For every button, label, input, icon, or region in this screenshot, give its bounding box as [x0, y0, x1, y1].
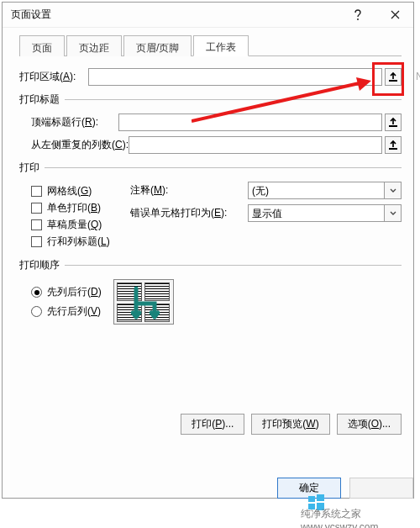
checkbox-icon	[31, 219, 42, 230]
collapse-icon	[388, 140, 398, 150]
print-titles-heading: 打印标题	[19, 92, 60, 107]
titlebar: 页面设置	[3, 3, 413, 28]
gridlines-checkbox[interactable]: 网格线(G)	[31, 184, 130, 198]
checkbox-icon	[31, 186, 42, 197]
options-button[interactable]: 选项(O)...	[337, 414, 402, 435]
print-area-label: 打印区域(A):	[19, 70, 88, 84]
print-area-range-button[interactable]	[385, 68, 402, 86]
comments-value: (无)	[248, 182, 385, 199]
svg-rect-2	[389, 125, 397, 127]
sheet-tab-panel: 打印区域(A): 打印标题 顶端标题行(R):	[19, 55, 402, 435]
dialog-title: 页面设置	[11, 8, 339, 22]
tab-page[interactable]: 页面	[19, 35, 65, 56]
comments-combo[interactable]: (无)	[248, 182, 402, 199]
checkbox-icon	[31, 203, 42, 214]
help-button[interactable]	[339, 3, 376, 27]
cancel-button[interactable]	[349, 478, 413, 499]
over-then-down-radio[interactable]: 先行后列(V)	[31, 304, 102, 319]
collapse-icon	[388, 71, 398, 82]
page-order-preview	[113, 279, 174, 325]
svg-rect-1	[389, 80, 397, 82]
cols-repeat-label: 从左侧重复的列数(C):	[31, 138, 129, 152]
svg-point-0	[357, 18, 359, 20]
stray-glyph: N	[416, 71, 420, 82]
print-area-input[interactable]	[88, 68, 382, 86]
collapse-icon	[388, 117, 398, 128]
rows-repeat-label: 顶端标题行(R):	[31, 115, 118, 129]
rowcol-checkbox[interactable]: 行和列标题(L)	[31, 235, 130, 249]
close-button[interactable]	[376, 3, 413, 27]
watermark-text: 纯净系统之家 www.ycswzy.com	[301, 507, 420, 528]
print-preview-button[interactable]: 打印预览(W)	[251, 414, 329, 435]
rows-repeat-input[interactable]	[118, 114, 382, 131]
rows-repeat-range-button[interactable]	[385, 114, 402, 131]
print-button[interactable]: 打印(P)...	[181, 414, 244, 435]
svg-rect-3	[389, 148, 397, 150]
bw-checkbox[interactable]: 单色打印(B)	[31, 201, 130, 215]
errors-label: 错误单元格打印为(E):	[130, 206, 248, 220]
chevron-down-icon	[385, 204, 402, 222]
comments-label: 注释(M):	[130, 183, 248, 198]
tab-headerfooter[interactable]: 页眉/页脚	[123, 35, 192, 56]
svg-rect-6	[308, 496, 315, 502]
order-heading: 打印顺序	[19, 258, 60, 272]
draft-checkbox[interactable]: 草稿质量(Q)	[31, 218, 130, 232]
svg-rect-7	[317, 494, 324, 501]
page-setup-dialog: 页面设置 页面 页边距 页眉/页脚 工作表 打印区域(A): 打印标题	[2, 2, 414, 499]
tab-bar: 页面 页边距 页眉/页脚 工作表	[19, 34, 402, 55]
errors-combo[interactable]: 显示值	[248, 204, 402, 222]
checkbox-icon	[31, 236, 42, 247]
cols-repeat-range-button[interactable]	[385, 136, 402, 154]
cols-repeat-input[interactable]	[129, 136, 382, 154]
errors-value: 显示值	[248, 204, 385, 222]
tab-sheet[interactable]: 工作表	[193, 35, 249, 56]
radio-icon	[31, 306, 42, 317]
radio-icon	[31, 287, 42, 298]
dialog-footer-buttons: 确定	[277, 478, 413, 499]
tab-margin[interactable]: 页边距	[66, 35, 122, 56]
print-heading: 打印	[19, 161, 39, 175]
down-then-over-radio[interactable]: 先列后行(D)	[31, 285, 102, 299]
chevron-down-icon	[385, 182, 402, 199]
